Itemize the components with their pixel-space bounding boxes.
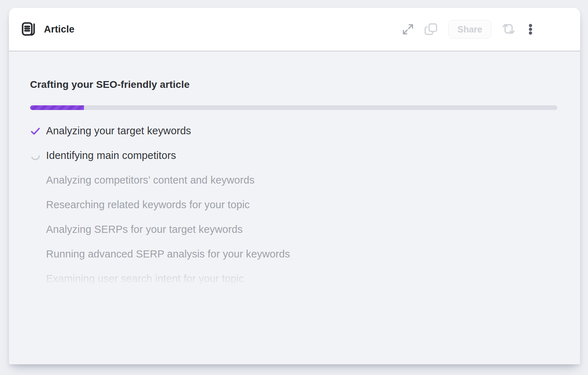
checklist-item-label: Analyzing SERPs for your target keywords	[46, 224, 243, 235]
checklist-item-label: Examining user search intent for your to…	[46, 273, 244, 285]
header-actions: Share	[399, 20, 539, 39]
progress-panel: Crafting your SEO-friendly article Analy…	[9, 51, 580, 364]
checklist-item-label: Analyzing your target keywords	[46, 125, 191, 137]
copy-icon	[424, 22, 439, 37]
expand-icon	[401, 22, 415, 36]
progress-bar-track	[30, 105, 557, 110]
progress-bar-fill	[30, 105, 84, 110]
checklist-item: Researching related keywords for your to…	[30, 192, 557, 217]
progress-heading: Crafting your SEO-friendly article	[30, 79, 557, 91]
checklist-item: Running advanced SERP analysis for your …	[30, 242, 557, 266]
page-title: Article	[44, 24, 74, 35]
checklist: Analyzing your target keywords Identifyi…	[30, 119, 557, 291]
repost-icon	[501, 22, 515, 36]
kebab-menu-icon	[524, 23, 537, 35]
checklist-item-label: Running advanced SERP analysis for your …	[46, 248, 290, 260]
checklist-item-status	[30, 126, 46, 136]
checklist-item: Analyzing SERPs for your target keywords	[30, 217, 557, 242]
copy-button[interactable]	[422, 20, 441, 39]
checklist-item: Examining user search intent for your to…	[30, 266, 557, 291]
card-header: Article Share	[9, 8, 580, 51]
regenerate-button[interactable]	[499, 20, 518, 39]
expand-button[interactable]	[399, 20, 417, 38]
more-options-button[interactable]	[522, 21, 539, 38]
share-button[interactable]: Share	[448, 20, 492, 39]
checklist-item-label: Analyzing competitors’ content and keywo…	[46, 174, 255, 186]
checklist-item: Identifying main competitors	[30, 143, 557, 168]
checklist-item-label: Researching related keywords for your to…	[46, 199, 250, 211]
header-title-group: Article	[20, 21, 74, 38]
checklist-item-label: Identifying main competitors	[46, 150, 176, 161]
check-icon	[30, 126, 41, 136]
spinner-icon	[30, 150, 41, 161]
checklist-item: Analyzing competitors’ content and keywo…	[30, 168, 557, 192]
checklist-item: Analyzing your target keywords	[30, 119, 557, 143]
checklist-item-status	[30, 150, 46, 161]
article-card: Article Share	[9, 8, 580, 364]
article-icon	[20, 21, 36, 38]
